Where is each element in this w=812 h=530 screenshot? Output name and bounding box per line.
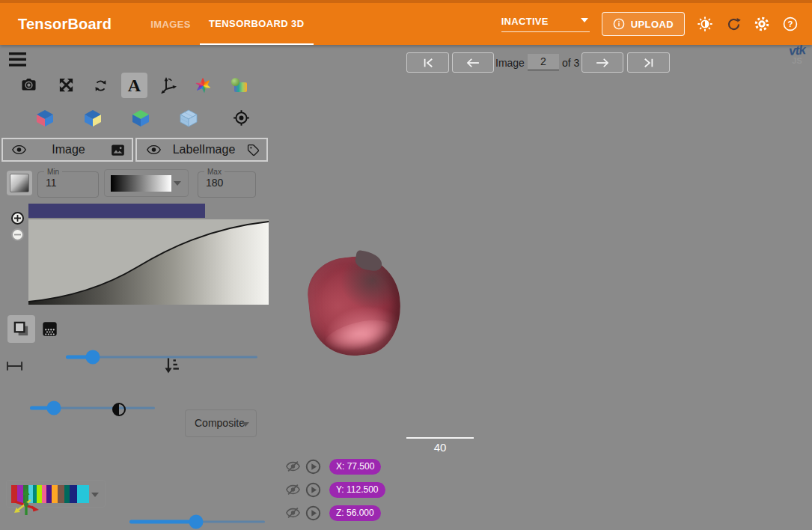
colorful-star-icon: [195, 78, 211, 94]
max-intensity-field[interactable]: Max 180: [198, 168, 256, 198]
image-index-input[interactable]: 2: [528, 54, 559, 70]
annotations-toggle-button[interactable]: A: [121, 73, 147, 98]
layer-tab-image-label: Image: [26, 143, 111, 156]
annotations-letter: A: [128, 76, 141, 94]
chevron-down-icon: [242, 422, 249, 427]
vtk-logo-sub: JS: [783, 56, 811, 65]
settings-gear-icon[interactable]: [754, 16, 770, 32]
chevron-down-icon: [91, 493, 99, 497]
layers-icon: [13, 320, 30, 338]
opacity-curve: [28, 219, 269, 305]
header: TensorBoard IMAGES TENSORBOARD 3D INACTI…: [0, 0, 812, 45]
reset-rotate-button[interactable]: [92, 76, 109, 94]
x-position-badge: X: 77.500: [329, 459, 381, 475]
header-tabs: IMAGES TENSORBOARD 3D: [141, 3, 313, 45]
info-icon: [613, 18, 625, 30]
app-title: TensorBoard: [18, 16, 112, 33]
recenter-target-button[interactable]: [232, 109, 251, 127]
brightness-toggle-icon[interactable]: [697, 16, 713, 32]
min-field-label: Min: [44, 168, 62, 176]
z-play-button[interactable]: [305, 505, 321, 521]
expand-fullscreen-button[interactable]: [57, 76, 75, 94]
x-visibility-eye-slash-button[interactable]: [286, 460, 300, 472]
y-visibility-eye-slash-button[interactable]: [286, 484, 300, 496]
min-field-value[interactable]: 11: [38, 176, 98, 189]
max-field-label: Max: [204, 168, 225, 176]
zoom-out-button[interactable]: [11, 228, 24, 241]
previous-image-button[interactable]: [452, 52, 494, 73]
chevron-down-icon: [174, 181, 181, 186]
blend-mode-value: Composite: [195, 417, 245, 429]
y-position-badge: Y: 112.500: [329, 482, 385, 498]
histogram-range-bar[interactable]: [28, 204, 205, 218]
image-nav-label: Image: [495, 57, 525, 69]
app-root: TensorBoard IMAGES TENSORBOARD 3D INACTI…: [0, 0, 812, 530]
layer-tab-image[interactable]: Image: [1, 138, 133, 162]
tag-icon: [247, 144, 260, 156]
layer-tab-label-image-label: LabelImage: [161, 143, 247, 156]
max-field-value[interactable]: 180: [198, 176, 255, 189]
visibility-eye-icon[interactable]: [147, 144, 161, 155]
x-play-button[interactable]: [305, 459, 321, 475]
y-play-button[interactable]: [305, 482, 321, 498]
first-image-button[interactable]: [406, 52, 449, 73]
transfer-function-editor[interactable]: [28, 219, 269, 305]
orientation-axes-widget: [7, 485, 45, 523]
gradient-opacity-button[interactable]: [7, 171, 32, 195]
axes-toggle-button[interactable]: [159, 76, 177, 94]
slider-thumb[interactable]: [85, 350, 100, 365]
slider-thumb[interactable]: [46, 401, 61, 415]
reload-icon[interactable]: [725, 16, 742, 32]
shadow-toggle-button[interactable]: [7, 315, 35, 343]
last-image-button[interactable]: [627, 52, 670, 73]
help-icon[interactable]: ?: [782, 16, 799, 32]
screenshot-camera-button[interactable]: [19, 76, 37, 93]
image-total-label: of 3: [562, 57, 579, 69]
cube-ball-icon: [231, 78, 248, 93]
z-visibility-eye-slash-button[interactable]: [286, 507, 300, 519]
svg-text:?: ?: [788, 19, 793, 28]
chevron-down-icon: [581, 18, 588, 22]
upload-button[interactable]: UPLOAD: [602, 12, 685, 36]
run-selector-value: INACTIVE: [501, 16, 549, 27]
next-image-button[interactable]: [581, 52, 623, 73]
x-slice-toggle-button[interactable]: [35, 109, 54, 127]
gradient-square-icon: [10, 174, 29, 192]
tab-images[interactable]: IMAGES: [141, 3, 200, 45]
scale-bar-line: [406, 437, 474, 439]
sample-spacing-icon: [6, 360, 23, 371]
dither-icon: [41, 320, 58, 337]
blend-mode-select[interactable]: Composite: [185, 409, 257, 437]
run-selector[interactable]: INACTIVE: [501, 16, 590, 32]
zoom-in-button[interactable]: [11, 212, 24, 225]
slider-thumb[interactable]: [189, 515, 203, 529]
visibility-eye-icon[interactable]: [12, 144, 26, 155]
menu-hamburger-button[interactable]: [8, 51, 26, 67]
density-slider[interactable]: [66, 350, 257, 365]
tab-tensorboard-3d[interactable]: TENSORBOARD 3D: [200, 3, 314, 45]
colormap-gradient-select[interactable]: [104, 169, 189, 197]
vtk-logo: vtk JS: [783, 43, 811, 70]
volume-cube-toggle-button[interactable]: [179, 109, 198, 127]
volume-rendering-icon-button[interactable]: [195, 77, 211, 94]
layer-tab-label-image[interactable]: LabelImage: [135, 138, 268, 162]
sample-distance-slider[interactable]: [30, 400, 155, 415]
grayscale-gradient-swatch: [111, 175, 171, 192]
sort-order-icon: [163, 356, 179, 374]
contrast-icon: [111, 401, 126, 417]
scale-bar-label: 40: [406, 441, 474, 454]
geometry-colormap-button[interactable]: [231, 77, 248, 93]
z-slice-toggle-button[interactable]: [131, 109, 150, 127]
y-slice-toggle-button[interactable]: [83, 109, 102, 127]
image-icon: [111, 144, 125, 156]
min-intensity-field[interactable]: Min 11: [37, 168, 99, 198]
z-position-badge: Z: 56.000: [329, 505, 381, 521]
upload-label: UPLOAD: [631, 19, 674, 30]
color-level-slider[interactable]: [129, 514, 265, 529]
